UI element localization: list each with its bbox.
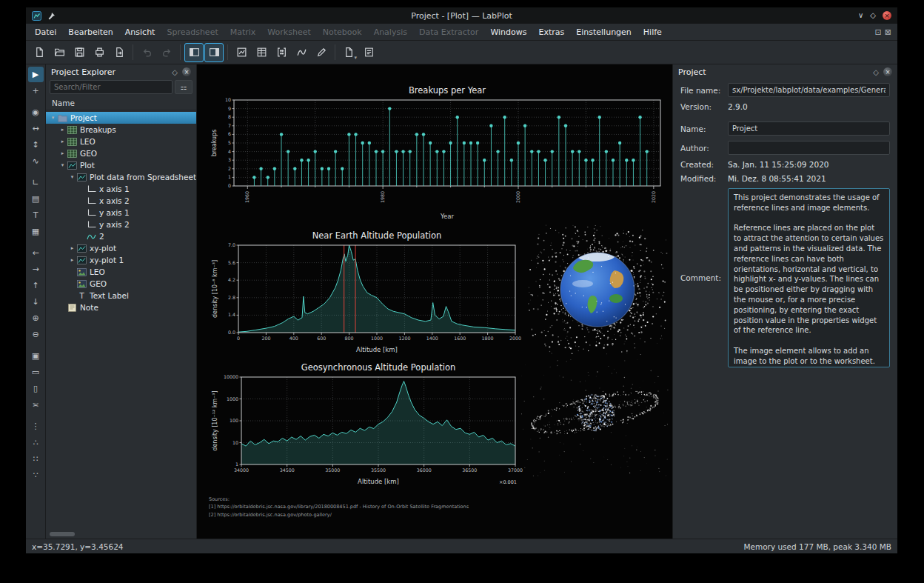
leo-debris-image[interactable]: [527, 224, 668, 355]
new-worksheet-button[interactable]: [232, 43, 251, 62]
zoom-fit-tool-icon[interactable]: ▣: [28, 348, 44, 364]
tree-item-y-axis-1[interactable]: y axis 1: [46, 207, 196, 219]
geo-debris-canvas[interactable]: [521, 359, 669, 476]
toggle-properties-dock-button[interactable]: [204, 43, 224, 62]
tree-item-text-label[interactable]: TText Label: [46, 290, 196, 302]
plot-near-earth-container[interactable]: 02004006008001000120014001600180020000.0…: [209, 229, 523, 359]
titlebar[interactable]: Project - [Plot] — LabPlot ∨ ◇ ×: [26, 7, 897, 24]
float-dock-icon[interactable]: ◇: [873, 68, 879, 76]
new-file-button[interactable]: [30, 43, 49, 62]
toggle-project-explorer-button[interactable]: [184, 43, 204, 62]
shift-right-tool-icon[interactable]: →: [28, 261, 44, 277]
geo-debris-image[interactable]: [521, 359, 669, 476]
name-input[interactable]: [728, 121, 890, 136]
tree-item-geo[interactable]: ▸GEO: [46, 147, 196, 159]
menu-hilfe[interactable]: Hilfe: [637, 26, 668, 39]
zoom-y-tool-icon[interactable]: ↕: [28, 137, 44, 153]
close-dock-icon[interactable]: ×: [182, 67, 191, 76]
mdi-restore-icon[interactable]: ⊡: [875, 27, 882, 37]
new-note-button[interactable]: [359, 43, 378, 62]
shift-up-tool-icon[interactable]: ↑: [28, 278, 44, 293]
new-matrix-button[interactable]: [272, 43, 291, 62]
maximize-icon[interactable]: ◇: [870, 12, 876, 19]
zoom-fit-x-tool-icon[interactable]: ▭: [28, 364, 44, 380]
tree-item-leo[interactable]: ▸LEO: [46, 136, 196, 147]
tree-item-x-axis-2[interactable]: x axis 2: [46, 195, 196, 207]
tree-item-xy-plot[interactable]: ▸xy-plot: [46, 242, 196, 254]
close-icon[interactable]: ×: [883, 11, 891, 20]
tree-item-leo[interactable]: LEO: [46, 266, 196, 278]
add-curve-tool-icon[interactable]: ∿: [28, 153, 44, 169]
author-input[interactable]: [728, 141, 890, 155]
zoom-out-tool-icon[interactable]: ⊖: [28, 327, 44, 342]
crosshair-tool-icon[interactable]: +: [28, 83, 44, 99]
align-tool-icon[interactable]: ⋮: [28, 419, 44, 434]
export-dropdown-button[interactable]: ▾: [339, 43, 358, 62]
file-name-input[interactable]: [728, 83, 890, 97]
menu-einstellungen[interactable]: Einstellungen: [570, 26, 637, 39]
horizontal-scrollbar[interactable]: [50, 532, 75, 536]
menu-windows[interactable]: Windows: [484, 26, 532, 39]
tree-item-geo[interactable]: GEO: [46, 278, 196, 290]
edit-tool-button[interactable]: [312, 43, 331, 62]
open-file-button[interactable]: [50, 43, 69, 62]
leo-debris-canvas[interactable]: [527, 224, 668, 355]
tree-item-breakups[interactable]: ▸Breakups: [46, 124, 196, 136]
add-text-tool-icon[interactable]: T: [28, 207, 44, 223]
menu-datei[interactable]: Datei: [29, 26, 62, 39]
menu-ansicht[interactable]: Ansicht: [119, 26, 161, 39]
filter-options-button[interactable]: ⚏: [175, 80, 192, 94]
group-tool-icon[interactable]: ∷: [28, 451, 44, 467]
expander-icon[interactable]: ▸: [58, 127, 67, 133]
add-legend-tool-icon[interactable]: ▤: [28, 191, 44, 207]
scale-auto-tool-icon[interactable]: ≍: [28, 397, 44, 413]
worksheet-view[interactable]: 0123456789101960198020002020Breakups per…: [197, 64, 672, 539]
zoom-x-tool-icon[interactable]: ↔: [28, 121, 44, 136]
tree-item-xy-plot-1[interactable]: ▸xy-plot 1: [46, 254, 196, 266]
plot-breakups-canvas[interactable]: 0123456789101960198020002020Breakups per…: [209, 84, 666, 223]
distribute-tool-icon[interactable]: ∴: [28, 435, 44, 450]
save-file-button[interactable]: [70, 43, 89, 62]
tree-item-2[interactable]: 2: [46, 230, 196, 242]
zoom-fit-y-tool-icon[interactable]: ▯: [28, 381, 44, 396]
mdi-close-icon[interactable]: ⊠: [885, 27, 891, 37]
add-image-tool-icon[interactable]: ▦: [28, 224, 44, 239]
search-input[interactable]: [50, 80, 173, 94]
plot-geosynchronous-canvas[interactable]: 3400034500350003550036000365003700011010…: [209, 361, 523, 497]
menu-bearbeiten[interactable]: Bearbeiten: [62, 26, 118, 39]
close-dock-icon[interactable]: ×: [883, 67, 892, 76]
expander-icon[interactable]: ▸: [58, 139, 67, 144]
plot-breakups-container[interactable]: 0123456789101960198020002020Breakups per…: [209, 84, 666, 223]
minimize-icon[interactable]: ∨: [858, 12, 863, 19]
ungroup-tool-icon[interactable]: ∵: [28, 467, 44, 483]
menu-extras[interactable]: Extras: [532, 26, 570, 39]
expander-icon[interactable]: ▾: [68, 174, 76, 180]
add-axis-tool-icon[interactable]: ∟: [28, 175, 44, 190]
select-cursor-icon[interactable]: ▶: [28, 67, 44, 82]
tree-item-plot-data-from-spreadsheet[interactable]: ▾Plot data from Spreadsheet: [46, 171, 196, 183]
plot-icon: [77, 173, 87, 181]
tree-item-plot[interactable]: ▾Plot: [46, 159, 196, 171]
pin-icon[interactable]: [47, 11, 56, 21]
tree-item-project[interactable]: ▾Project: [46, 112, 196, 124]
new-xy-curve-button[interactable]: [292, 43, 311, 62]
expander-icon[interactable]: ▾: [58, 162, 67, 168]
shift-down-tool-icon[interactable]: ↓: [28, 294, 44, 310]
expander-icon[interactable]: ▾: [49, 115, 57, 121]
export-button[interactable]: [110, 43, 129, 62]
plot-geosynchronous-container[interactable]: 3400034500350003550036000365003700011010…: [209, 361, 523, 497]
float-dock-icon[interactable]: ◇: [172, 68, 178, 76]
new-spreadsheet-button[interactable]: [252, 43, 271, 62]
plot-near-earth-canvas[interactable]: 02004006008001000120014001600180020000.0…: [209, 229, 523, 359]
expander-icon[interactable]: ▸: [58, 150, 67, 156]
expander-icon[interactable]: ▸: [68, 257, 76, 263]
expander-icon[interactable]: ▸: [68, 245, 76, 251]
zoom-in-tool-icon[interactable]: ⊕: [28, 310, 44, 326]
zoom-select-tool-icon[interactable]: ◉: [28, 104, 44, 120]
tree-item-x-axis-1[interactable]: x axis 1: [46, 183, 196, 195]
tree-item-y-axis-2[interactable]: y axis 2: [46, 219, 196, 230]
tree-item-note[interactable]: Note: [46, 302, 196, 313]
print-button[interactable]: [90, 43, 109, 62]
shift-left-tool-icon[interactable]: ←: [28, 245, 44, 261]
comment-box[interactable]: This project demonstrates the usage of r…: [728, 188, 890, 367]
